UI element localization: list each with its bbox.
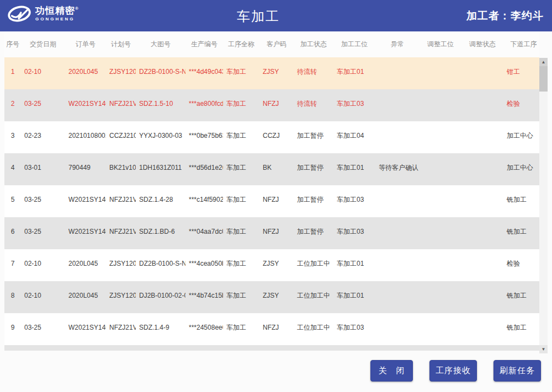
operator-label: 加工者：李约斗 — [466, 9, 544, 23]
table-cell: 工位加工中 — [294, 259, 333, 269]
table-cell: 铣加工 — [503, 291, 539, 300]
brand-logo: 功恒精密® GONGHENG — [7, 4, 79, 23]
table-row[interactable]: 503-25W2021SY140NFZJ21V1SDZ.1.4-28***c14… — [4, 185, 539, 217]
table-cell: 待流转 — [294, 67, 333, 77]
table-cell: 2020L045 — [65, 68, 106, 76]
table-cell: SDZ.1.BD-6 — [136, 228, 185, 235]
table-cell: 1 — [4, 68, 21, 76]
table-cell: 车加工 — [223, 163, 259, 173]
scroll-up-arrow-icon[interactable]: ▲ — [539, 58, 548, 66]
table-cell: 2020L045 — [65, 260, 106, 267]
table-cell: ***4cea050b — [185, 260, 223, 267]
table-cell: 检验 — [503, 259, 539, 269]
table-cell: 车加工03 — [333, 99, 375, 109]
brand-text: 功恒精密® GONGHENG — [35, 6, 79, 22]
table-cell: 03-25 — [21, 196, 65, 203]
vertical-scrollbar[interactable]: ▲ ▼ — [539, 58, 548, 353]
table-cell: CCZJ — [259, 132, 294, 139]
table-cell: 1DH1631Z011 — [136, 164, 185, 171]
table-row[interactable]: 603-25W2021SY140NFZJ21V1SDZ.1.BD-6***04a… — [4, 217, 539, 249]
table-cell: 等待客户确认 — [375, 163, 420, 173]
column-header: 订单号 — [65, 40, 106, 49]
refresh-tasks-button[interactable]: 刷新任务 — [493, 360, 541, 382]
table-cell: ***24508ee0 — [185, 324, 223, 331]
table-cell: 8 — [4, 292, 21, 299]
table-cell: NFZJ — [259, 100, 294, 108]
scrollbar-thumb[interactable] — [539, 66, 548, 92]
table-cell: 车加工 — [223, 259, 259, 269]
table-cell: YYXJ-0300-03 — [136, 132, 185, 139]
table-cell: 待流转 — [294, 99, 333, 109]
column-header: 交货日期 — [21, 40, 65, 49]
table-cell: 03-01 — [21, 164, 65, 171]
table-cell: 车加工 — [223, 67, 259, 77]
table-cell: 202101080011 — [65, 132, 106, 139]
column-header: 计划号 — [106, 40, 136, 49]
table-cell: W2021SY140 — [65, 228, 106, 235]
table-cell: 车加工 — [223, 291, 259, 300]
table-cell: ZJSY — [259, 68, 294, 76]
table-cell: 02-23 — [21, 132, 65, 139]
table-cell: 车加工 — [223, 323, 259, 332]
column-header: 客户码 — [259, 40, 294, 49]
registered-mark: ® — [75, 6, 79, 11]
table-cell: 车加工01 — [333, 163, 375, 173]
table-cell: 车加工 — [223, 131, 259, 141]
table-row[interactable]: 302-23202101080011CCZJ2104YYXJ-0300-03**… — [4, 121, 539, 153]
table-cell: 铣加工 — [503, 227, 539, 237]
process-accept-button[interactable]: 工序接收 — [429, 360, 477, 382]
table-cell: 车加工 — [223, 99, 259, 109]
table-cell: 车加工01 — [333, 259, 375, 269]
column-header: 调整工位 — [420, 40, 461, 49]
table-cell: 6 — [4, 228, 21, 235]
table-cell: ***ae800fcd — [185, 100, 223, 108]
table-cell: 车加工 — [223, 227, 259, 237]
table-cell: ***4d49c043 — [185, 68, 223, 76]
table-cell: ZJSY — [259, 292, 294, 299]
table-cell: ZJSY1201 — [106, 260, 136, 267]
table-cell: 车加工04 — [333, 131, 375, 141]
table-cell: BK — [259, 164, 294, 171]
column-header: 工序全称 — [223, 40, 259, 49]
table-cell: ***c14f5902 — [185, 196, 223, 203]
column-header: 调整状态 — [461, 40, 503, 49]
table-row[interactable]: 802-102020L045ZJSY1201DJ2B-0100-02-03***… — [4, 281, 539, 313]
column-header: 大图号 — [136, 40, 185, 49]
table-cell: NFZJ21V1 — [106, 228, 136, 235]
table-cell: 铣加工 — [503, 323, 539, 332]
table-row[interactable]: 702-102020L045ZJSY1201DZ2B-0100-S-N.1***… — [4, 249, 539, 281]
table-cell: NFZJ21V — [106, 100, 136, 108]
table-cell: 车加工03 — [333, 323, 375, 332]
table-cell: 02-10 — [21, 292, 65, 299]
partial-next-row — [4, 345, 539, 351]
table-cell: ***04aa7dc0 — [185, 228, 223, 235]
column-header: 异常 — [375, 40, 420, 49]
table-cell: NFZJ — [259, 228, 294, 235]
table-cell: SDZ.1.4-28 — [136, 196, 185, 203]
table-cell: NFZJ21V1 — [106, 196, 136, 203]
table-cell: 加工暂停 — [294, 131, 333, 141]
table-cell: 钳工 — [503, 67, 539, 77]
column-header: 加工工位 — [333, 40, 375, 49]
table-cell: 2 — [4, 100, 21, 108]
table-cell: ***d56d1e26 — [185, 164, 223, 171]
table-cell: CCZJ2104 — [106, 132, 136, 139]
brand-name-en: GONGHENG — [35, 17, 79, 22]
table-cell: NFZJ — [259, 324, 294, 331]
table-cell: 02-10 — [21, 68, 65, 76]
table-row[interactable]: 203-25W2021SY140NFZJ21VSDZ.1.5-10***ae80… — [4, 89, 539, 121]
table-cell: W2021SY140 — [65, 196, 106, 203]
table-cell: DJ2B-0100-02-03 — [136, 292, 185, 299]
table-row[interactable]: 102-102020L045ZJSY1201DZ2B-0100-S-N-***4… — [4, 57, 539, 89]
scroll-down-arrow-icon[interactable]: ▼ — [539, 345, 548, 353]
table-cell: 03-25 — [21, 228, 65, 235]
grid-body: 102-102020L045ZJSY1201DZ2B-0100-S-N-***4… — [4, 57, 539, 345]
table-cell: 790449 — [65, 164, 106, 171]
table-cell: 9 — [4, 324, 21, 331]
table-row[interactable]: 903-25W2021SY140NFZJ21V1SDZ.1.4-9***2450… — [4, 313, 539, 345]
footer-actions: 关 闭 工序接收 刷新任务 — [370, 360, 541, 382]
close-button[interactable]: 关 闭 — [370, 360, 413, 382]
table-row[interactable]: 403-01790449BK21v1021DH1631Z011***d56d1e… — [4, 153, 539, 185]
table-cell: 加工中心 — [503, 163, 539, 173]
table-cell: 车加工01 — [333, 291, 375, 300]
